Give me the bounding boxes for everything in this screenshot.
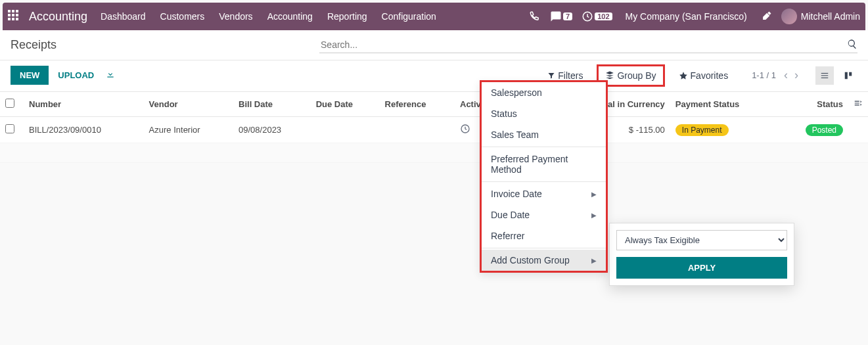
cell-vendor: Azure Interior bbox=[144, 117, 233, 143]
search-input[interactable] bbox=[319, 37, 847, 53]
cell-billdate: 09/08/2023 bbox=[233, 117, 311, 143]
activities-badge: 102 bbox=[595, 12, 612, 20]
menu-customers[interactable]: Customers bbox=[160, 11, 205, 22]
col-paystatus[interactable]: Payment Status bbox=[670, 92, 779, 117]
tools-icon[interactable] bbox=[760, 11, 772, 22]
col-status[interactable]: Status bbox=[779, 92, 849, 117]
col-duedate[interactable]: Due Date bbox=[311, 92, 380, 117]
download-icon[interactable] bbox=[106, 70, 115, 81]
summary-row bbox=[0, 143, 868, 163]
menu-accounting[interactable]: Accounting bbox=[267, 11, 313, 22]
favorites-label: Favorites bbox=[691, 70, 729, 81]
page-title: Receipts bbox=[11, 38, 57, 52]
upload-button[interactable]: UPLOAD bbox=[58, 70, 94, 80]
phone-icon[interactable] bbox=[529, 11, 541, 22]
user-menu[interactable]: Mitchell Admin bbox=[781, 9, 860, 24]
company-switcher[interactable]: My Company (San Francisco) bbox=[626, 11, 747, 22]
messages-icon[interactable]: 7 bbox=[550, 11, 572, 22]
app-brand: Accounting bbox=[29, 10, 87, 24]
col-vendor[interactable]: Vendor bbox=[144, 92, 233, 117]
payment-badge: In Payment bbox=[675, 124, 729, 136]
col-options-icon[interactable] bbox=[848, 92, 868, 117]
table-row[interactable]: BILL/2023/09/0010 Azure Interior 09/08/2… bbox=[0, 117, 868, 143]
col-number[interactable]: Number bbox=[24, 92, 144, 117]
groupby-dropdown: Salesperson Status Sales Team Preferred … bbox=[480, 80, 608, 163]
groupby-salesteam[interactable]: Sales Team bbox=[482, 124, 606, 145]
menu-dashboard[interactable]: Dashboard bbox=[101, 11, 146, 22]
list-view-icon[interactable] bbox=[815, 66, 834, 85]
search-icon[interactable] bbox=[847, 39, 857, 51]
groupby-salesperson[interactable]: Salesperson bbox=[482, 82, 606, 103]
groupby-label: Group By bbox=[617, 70, 656, 81]
top-menu: Dashboard Customers Vendors Accounting R… bbox=[101, 11, 436, 22]
cell-duedate bbox=[311, 117, 380, 143]
pager-text: 1-1 / 1 bbox=[752, 70, 776, 80]
select-all-checkbox[interactable] bbox=[5, 99, 14, 108]
kanban-view-icon[interactable] bbox=[839, 66, 857, 85]
cell-reference bbox=[380, 117, 455, 143]
groupby-status[interactable]: Status bbox=[482, 103, 606, 124]
cell-number: BILL/2023/09/0010 bbox=[24, 117, 144, 143]
filters-label: Filters bbox=[558, 70, 583, 81]
col-billdate[interactable]: Bill Date bbox=[233, 92, 311, 117]
avatar bbox=[781, 9, 797, 24]
groupby-toggle[interactable]: Group By bbox=[600, 68, 661, 83]
page-prev-icon[interactable]: ‹ bbox=[784, 68, 788, 82]
activities-icon[interactable]: 102 bbox=[582, 11, 612, 22]
page-next-icon[interactable]: › bbox=[794, 68, 798, 82]
menu-vendors[interactable]: Vendors bbox=[219, 11, 252, 22]
user-name: Mitchell Admin bbox=[801, 11, 860, 22]
new-button[interactable]: NEW bbox=[11, 66, 49, 85]
messages-badge: 7 bbox=[563, 12, 572, 20]
row-checkbox[interactable] bbox=[5, 124, 14, 133]
favorites-toggle[interactable]: Favorites bbox=[674, 68, 734, 83]
groupby-payment-method[interactable]: Preferred Payment Method bbox=[482, 149, 606, 163]
status-badge: Posted bbox=[806, 124, 843, 136]
menu-reporting[interactable]: Reporting bbox=[327, 11, 367, 22]
menu-configuration[interactable]: Configuration bbox=[382, 11, 436, 22]
apps-icon[interactable] bbox=[8, 10, 21, 23]
col-reference[interactable]: Reference bbox=[380, 92, 455, 117]
receipts-table: Number Vendor Bill Date Due Date Referen… bbox=[0, 92, 868, 163]
